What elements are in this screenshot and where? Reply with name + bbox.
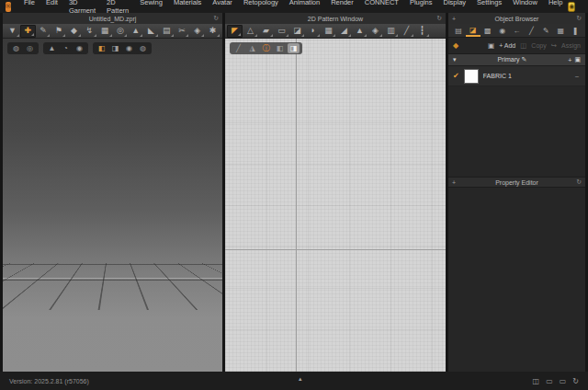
tab-stitch-icon[interactable]: ✎ [538, 24, 553, 37]
expand-panel-icon[interactable]: + [448, 16, 461, 22]
assign-button[interactable]: Assign [561, 42, 581, 49]
edit-section-icon[interactable]: ✎ [522, 56, 527, 63]
wireframe-icon[interactable]: ◍ [137, 43, 149, 53]
show-3d-garment-icon[interactable]: ◍ [10, 43, 22, 53]
garment-overlay-icon[interactable]: ◮ [246, 43, 258, 53]
object-browser-actions: ◆ ▣ + Add ◫ Copy ↪ Assign [448, 38, 585, 53]
transform-pattern-icon[interactable]: ◤ [227, 25, 243, 38]
section-add-icon[interactable]: + [568, 57, 571, 63]
info-overlay-icon[interactable]: ⓘ [260, 43, 272, 53]
titlebar-3d: Untitled_MD.zprj ↻ [3, 13, 222, 24]
notch-tool-icon[interactable]: ◈ [368, 25, 383, 38]
flatten-garment-icon[interactable]: ▲ [352, 25, 368, 38]
simulate-dropdown-icon[interactable]: ▼ [5, 25, 20, 38]
textured-surface-icon[interactable]: ◧ [96, 43, 107, 53]
status-bar: Version: 2025.2.81 (r57056) ▴ ◫▭▭↻ [0, 372, 588, 390]
viewport-3d[interactable]: ◍◎ ▲◔◉ ◧◨◉◍ [3, 39, 222, 372]
brush-tool-icon[interactable]: ⚑ [51, 25, 66, 38]
internal-polygon-icon[interactable]: ▦ [321, 25, 336, 38]
app-logo-icon: ✉ [6, 2, 11, 12]
mesh-surface-icon[interactable]: ◨ [109, 43, 121, 53]
add-button[interactable]: + Add [499, 42, 515, 49]
pattern-axis-horizontal [225, 249, 446, 250]
edit-pattern-icon[interactable]: △ [243, 25, 258, 38]
main-area: Untitled_MD.zprj ↻ ▼✚✎⚑◆↯▦◎▲◣▤✂◈✱ ◍◎ ▲◔◉ [0, 13, 588, 372]
titlebar-2d: 2D Pattern Window ↻ [225, 13, 446, 24]
show-avatar-icon[interactable]: ◉ [74, 43, 85, 53]
avatar-surface-icon[interactable]: ◉ [123, 43, 135, 53]
panel-menu-icon[interactable]: ↻ [433, 15, 446, 22]
panel-menu-icon[interactable]: ↻ [209, 15, 222, 22]
primary-section-header[interactable]: ▾ Primary ✎ + ▣ [448, 53, 585, 66]
tab-topstitch-icon[interactable]: ╱ [524, 24, 538, 37]
panel-menu-icon[interactable]: ↻ [572, 178, 585, 186]
gizmo-tool-icon[interactable]: ◎ [113, 25, 129, 38]
monitor-secondary-icon[interactable]: ▭ [560, 377, 567, 385]
viewport-3d-overlay-toolbar: ◍◎ ▲◔◉ ◧◨◉◍ [7, 42, 152, 54]
select-move-tool-icon[interactable]: ✚ [20, 25, 36, 38]
property-editor-title: Property Editor [461, 179, 572, 186]
show-garment-icon[interactable]: ▲ [46, 43, 58, 53]
panel-menu-icon[interactable]: ↻ [572, 15, 585, 22]
expand-bottom-bar-icon[interactable]: ▴ [299, 375, 302, 383]
viewport-2d[interactable]: ╱◮ⓘ◧◨ [225, 39, 446, 372]
fabric-name: FABRIC 1 [483, 73, 571, 79]
tack-tool-icon[interactable]: ↯ [82, 25, 97, 38]
expand-panel-icon[interactable]: + [448, 179, 461, 186]
monitor-primary-icon[interactable]: ▭ [546, 377, 553, 385]
tab-puckering-icon[interactable]: ▦ [553, 24, 568, 37]
copy-button[interactable]: Copy [531, 42, 546, 49]
add-folder-icon[interactable]: ▣ [488, 41, 494, 50]
floor-grid [3, 263, 222, 310]
license-badge-icon[interactable]: ◉ [568, 2, 575, 12]
avatar-tool-icon[interactable]: ▲ [128, 25, 143, 38]
check-icon[interactable]: ✔ [453, 72, 459, 80]
toolbar-2d: ◤△▰▭◪◗▦◢▲◈▥╱┇ [225, 24, 446, 39]
collapse-row-icon[interactable]: – [575, 73, 581, 79]
overlay-group-view: ◍◎ [7, 42, 39, 54]
menu-bar: ✉ FileEdit3D Garment2D PatternSewingMate… [0, 0, 588, 13]
pen-overlay-icon[interactable]: ╱ [232, 43, 244, 53]
fabric-list: ✔ FABRIC 1 – [448, 66, 585, 86]
show-highlight-icon[interactable]: ◎ [24, 43, 36, 53]
settings-tool-icon[interactable]: ✱ [205, 25, 220, 38]
trace-pattern-icon[interactable]: ◗ [305, 25, 321, 38]
bell-tool-icon[interactable]: ◈ [189, 25, 205, 38]
pleats-tool-icon[interactable]: ▥ [383, 25, 399, 38]
section-folder-icon[interactable]: ▣ [574, 56, 581, 63]
drape-tool-icon[interactable]: ◣ [143, 25, 159, 38]
steam-iron-icon[interactable]: ◢ [336, 25, 352, 38]
texture-editor-icon[interactable]: ◪ [289, 25, 305, 38]
grid-tool-icon[interactable]: ▤ [159, 25, 175, 38]
scissors-tool-icon[interactable]: ✂ [175, 25, 190, 38]
tab-buttonhole-icon[interactable]: ← [510, 24, 525, 37]
fabric-row[interactable]: ✔ FABRIC 1 – [448, 66, 585, 86]
arrangement-tool-icon[interactable]: ▦ [97, 25, 113, 38]
tab-graphic-icon[interactable]: ▩ [481, 24, 495, 37]
sync-icon[interactable]: ↻ [572, 377, 579, 385]
section-name: Primary [497, 56, 519, 63]
overlay-group-surface: ◧◨◉◍ [93, 42, 152, 54]
panel-object-browser: + Object Browser ↻ ▤◪▩◉←╱✎▦❚ ◆ ▣ + Add ◫… [448, 13, 585, 372]
seam-taping-icon[interactable]: ╱ [399, 25, 414, 38]
layout-columns-icon[interactable]: ◫ [533, 377, 540, 385]
tab-scene-icon[interactable]: ▤ [451, 24, 466, 37]
tab-button-icon[interactable]: ◉ [495, 24, 510, 37]
viewport-2d-overlay-toolbar: ╱◮ⓘ◧◨ [230, 42, 302, 54]
statusbar-icons: ◫▭▭↻ [533, 377, 579, 385]
object-browser-empty-area [448, 86, 585, 177]
fabric-swatch[interactable] [464, 69, 479, 84]
zipper-tool-icon[interactable]: ┇ [414, 25, 430, 38]
collapse-section-icon[interactable]: ▾ [453, 56, 457, 63]
toolbar-3d: ▼✚✎⚑◆↯▦◎▲◣▤✂◈✱ [3, 24, 222, 39]
tab-fabric-icon[interactable]: ◪ [466, 24, 481, 37]
pin-tool-icon[interactable]: ◆ [66, 25, 82, 38]
pen-tool-icon[interactable]: ✎ [36, 25, 51, 38]
app-window: ✉ FileEdit3D Garment2D PatternSewingMate… [0, 0, 588, 390]
tab-zipper-icon[interactable]: ❚ [568, 24, 582, 37]
white-garment-overlay-icon[interactable]: ◨ [288, 43, 300, 53]
polygon-pattern-icon[interactable]: ▰ [258, 25, 274, 38]
show-pins-icon[interactable]: ◔ [60, 43, 72, 53]
rectangle-pattern-icon[interactable]: ▭ [274, 25, 289, 38]
fabric-overlay-icon[interactable]: ◧ [274, 43, 286, 53]
